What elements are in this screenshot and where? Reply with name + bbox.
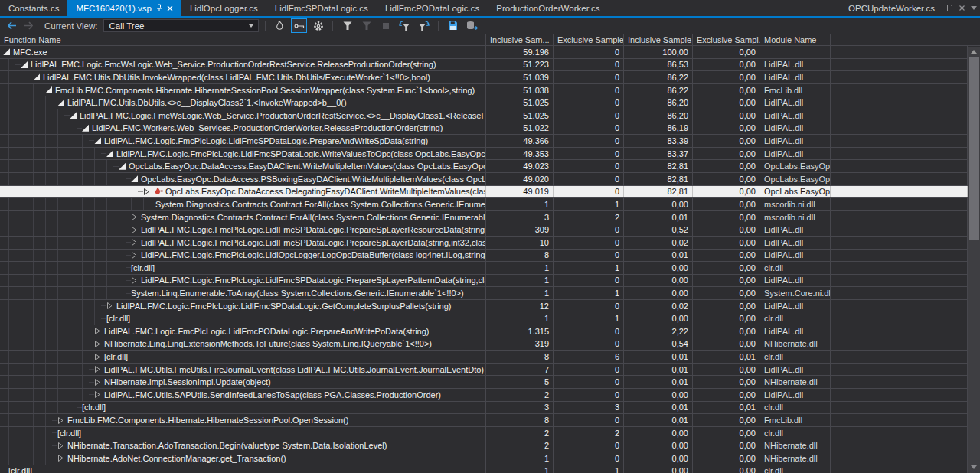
column-header-module-name[interactable]: Module Name bbox=[760, 34, 831, 45]
noise-reduction-settings-button[interactable] bbox=[310, 18, 326, 33]
tree-row[interactable]: [clr.dll]330,010,01clr.dll bbox=[0, 402, 968, 415]
tab-productionorderworker-cs[interactable]: ProductionOrderWorker.cs bbox=[488, 0, 608, 16]
expander-expanded-icon[interactable] bbox=[45, 84, 55, 96]
tree-row[interactable]: [clr.dll]110,000,00clr.dll bbox=[0, 465, 968, 473]
expander-collapsed-icon[interactable] bbox=[131, 223, 141, 236]
tree-row[interactable]: System.Diagnostics.Contracts.Contract.Fo… bbox=[0, 198, 968, 211]
tree-indent-guides bbox=[3, 325, 89, 338]
scroll-down-arrow-icon[interactable] bbox=[968, 465, 980, 473]
tree-row[interactable]: MFC.exe59.1960100,000,00 bbox=[0, 46, 968, 59]
expander-collapsed-icon[interactable] bbox=[94, 364, 104, 376]
export-filter-button[interactable] bbox=[416, 18, 432, 33]
tab-constants-cs[interactable]: Constants.cs bbox=[0, 0, 67, 16]
save-analyzed-report-button[interactable] bbox=[445, 18, 461, 33]
column-header-function-name[interactable]: Function Name bbox=[0, 34, 486, 45]
tree-row[interactable]: LidlPAL.FMC.Workers.Web_Services.Product… bbox=[0, 122, 968, 135]
tree-row[interactable]: LidlPAL.FMC.Logic.FmcPlcLogic.LidlFmcSPD… bbox=[0, 223, 968, 236]
expander-collapsed-icon[interactable] bbox=[94, 351, 104, 363]
expander-expanded-icon[interactable] bbox=[94, 135, 104, 147]
tree-row[interactable]: LidlPAL.FMC.Utils.SAPUtils.SendInfeedLan… bbox=[0, 389, 968, 402]
expander-expanded-icon[interactable] bbox=[82, 122, 92, 135]
expander-expanded-icon[interactable] bbox=[57, 96, 67, 109]
tree-row[interactable]: LidlPAL.FMC.Logic.FmcPlcLogic.LidlFmcSPD… bbox=[0, 275, 968, 288]
expander-expanded-icon[interactable] bbox=[3, 46, 13, 58]
current-view-dropdown[interactable]: Call Tree bbox=[103, 19, 259, 32]
tree-row[interactable]: System.Linq.Enumerable.ToArray(class Sys… bbox=[0, 287, 968, 300]
tree-row[interactable]: LidlPAL.FMC.Logic.FmcPlcLogic.LidlFmcSPD… bbox=[0, 135, 968, 148]
forward-button[interactable] bbox=[21, 19, 35, 32]
tree-row[interactable]: LidlPAL.FMC.Utils.FmcUtils.FireJournalEv… bbox=[0, 364, 968, 377]
column-header-filler[interactable] bbox=[831, 34, 968, 45]
hot-path-button[interactable] bbox=[272, 18, 288, 33]
expander-collapsed-icon[interactable] bbox=[131, 236, 141, 249]
filter-button[interactable] bbox=[339, 18, 355, 33]
tree-row[interactable]: OpcLabs.EasyOpc.DataAccess.DelegatingEas… bbox=[0, 186, 968, 199]
tree-row[interactable]: LidlPAL.FMC.Logic.FmcPlcLogic.LidlFmcSPD… bbox=[0, 148, 968, 161]
tree-row[interactable]: LidlPAL.FMC.Utils.DbUtils.<>c__DisplayCl… bbox=[0, 96, 968, 109]
expander-collapsed-icon[interactable] bbox=[131, 250, 141, 262]
expander-collapsed-icon[interactable] bbox=[94, 376, 104, 388]
tree-row[interactable]: LidlPAL.FMC.Logic.FmcWsLogic.Web_Service… bbox=[0, 109, 968, 122]
tree-row[interactable]: LidlPAL.FMC.Logic.FmcPlcLogic.LidlFmcPOD… bbox=[0, 325, 968, 338]
filter-disabled-button[interactable] bbox=[358, 18, 374, 33]
tree-row[interactable]: NHibernate.Transaction.AdoTransaction.Be… bbox=[0, 439, 968, 452]
tab-lidlopclogger-cs[interactable]: LidlOpcLogger.cs bbox=[181, 0, 266, 16]
column-header-exclusive-sample-pct[interactable]: Exclusive Sampl... bbox=[693, 34, 760, 45]
expander-collapsed-icon[interactable] bbox=[57, 414, 67, 426]
tree-row[interactable]: LidlPAL.FMC.Logic.FmcPlcLogic.LidlFmcSPD… bbox=[0, 236, 968, 250]
column-header-inclusive-samples[interactable]: Inclusive Sam... bbox=[486, 34, 554, 45]
import-filter-button[interactable] bbox=[397, 18, 413, 33]
tree-row[interactable]: NHibernate.Linq.LinqExtensionMethods.ToF… bbox=[0, 338, 968, 351]
expander-expanded-icon[interactable] bbox=[21, 59, 31, 71]
expander-collapsed-icon[interactable] bbox=[94, 338, 104, 351]
expander-expanded-icon[interactable] bbox=[131, 173, 141, 185]
expander-expanded-icon[interactable] bbox=[119, 160, 129, 172]
tree-row[interactable]: LidlPAL.FMC.Logic.FmcWsLogic.Web_Service… bbox=[0, 59, 968, 72]
tab-lidlfmcspdatalogic-cs[interactable]: LidlFmcSPDataLogic.cs bbox=[266, 0, 377, 16]
document-icon[interactable] bbox=[943, 0, 956, 16]
stop-button[interactable] bbox=[377, 18, 394, 33]
tree-row[interactable]: FmcLib.FMC.Components.Hibernate.Hibernat… bbox=[0, 414, 968, 427]
tree-row[interactable]: [clr.dll]110,000,00clr.dll bbox=[0, 262, 968, 275]
column-header-inclusive-sample-pct[interactable]: Inclusive Sample... bbox=[624, 34, 693, 45]
tree-row[interactable]: [clr.dll]110,000,00clr.dll bbox=[0, 312, 968, 325]
expander-collapsed-icon[interactable] bbox=[143, 186, 153, 198]
tab-lidlfmcpodatalogic-cs[interactable]: LidlFmcPODataLogic.cs bbox=[377, 0, 488, 16]
back-button[interactable] bbox=[5, 19, 18, 32]
expand-hot-path-button[interactable] bbox=[291, 18, 307, 33]
expander-collapsed-icon[interactable] bbox=[57, 452, 67, 465]
close-icon[interactable] bbox=[167, 5, 173, 11]
tree-row[interactable]: OpcLabs.EasyOpc.DataAccess.PSBoxingEasyD… bbox=[0, 173, 968, 186]
tree-row[interactable]: [clr.dll]860,010,01clr.dll bbox=[0, 351, 968, 364]
expander-collapsed-icon[interactable] bbox=[131, 275, 141, 287]
expander-expanded-icon[interactable] bbox=[70, 109, 80, 122]
expander-collapsed-icon[interactable] bbox=[94, 325, 104, 338]
tree-row[interactable]: [clr.dll]220,000,00clr.dll bbox=[0, 427, 968, 440]
vertical-scrollbar[interactable] bbox=[968, 47, 980, 473]
scroll-up-arrow-icon[interactable] bbox=[968, 47, 980, 57]
tree-indent-guides bbox=[3, 275, 126, 287]
tree-row[interactable]: FmcLib.FMC.Components.Hibernate.Hibernat… bbox=[0, 84, 968, 97]
tree-row[interactable]: System.Diagnostics.Contracts.Contract.Fo… bbox=[0, 211, 968, 224]
column-header-exclusive-samples[interactable]: Exclusive Samples bbox=[554, 34, 624, 45]
tree-row[interactable]: LidlPAL.FMC.Logic.FmcPlcLogic.LidlOpcLog… bbox=[0, 250, 968, 263]
expander-expanded-icon[interactable] bbox=[106, 148, 116, 160]
tree-row[interactable]: NHibernate.AdoNet.ConnectionManager.get_… bbox=[0, 452, 968, 465]
tab-mfc160420-1-vsp[interactable]: MFC160420(1).vsp bbox=[67, 0, 181, 16]
cell-module-name: clr.dll bbox=[760, 402, 831, 414]
expander-collapsed-icon[interactable] bbox=[106, 300, 116, 312]
close-icon[interactable] bbox=[956, 0, 968, 16]
expander-collapsed-icon[interactable] bbox=[131, 211, 141, 223]
expander-expanded-icon[interactable] bbox=[33, 71, 43, 83]
expander-collapsed-icon[interactable] bbox=[57, 439, 67, 452]
tree-row[interactable]: LidlPAL.FMC.Utils.DbUtils.InvokeWrapped(… bbox=[0, 71, 968, 84]
export-report-data-button[interactable] bbox=[464, 18, 480, 33]
chevron-down-icon[interactable] bbox=[968, 0, 980, 16]
tree-row[interactable]: NHibernate.Impl.SessionImpl.Update(objec… bbox=[0, 376, 968, 389]
tab-opcupdateworker[interactable]: OPCUpdateWorker.cs bbox=[840, 4, 943, 13]
expander-collapsed-icon[interactable] bbox=[94, 389, 104, 401]
pin-icon[interactable] bbox=[156, 4, 162, 12]
tree-row[interactable]: LidlPAL.FMC.Logic.FmcPlcLogic.LidlFmcSPD… bbox=[0, 300, 968, 313]
tree-row[interactable]: OpcLabs.EasyOpc.DataAccess.EasyDAClient.… bbox=[0, 160, 968, 173]
scrollbar-thumb[interactable] bbox=[969, 57, 979, 240]
